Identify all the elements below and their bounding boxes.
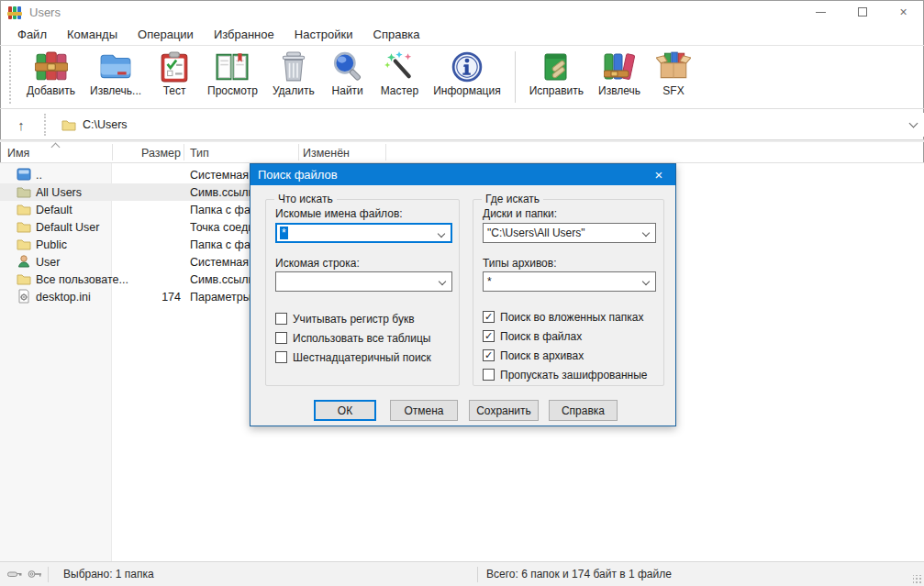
add-button[interactable]: Добавить [19, 50, 83, 105]
address-dropdown-icon[interactable] [909, 118, 918, 127]
dialog-title-bar[interactable]: Поиск файлов × [250, 164, 675, 185]
chevron-down-icon[interactable] [438, 230, 445, 238]
search-string-label: Искомая строка: [275, 257, 360, 270]
toolbar-label: Добавить [27, 84, 75, 97]
file-names-combobox[interactable]: * [275, 223, 452, 243]
menu-operations[interactable]: Операции [128, 25, 204, 44]
extract-button[interactable]: Извлечь [591, 50, 648, 105]
disks-folders-combobox[interactable]: "C:\Users\All Users" [483, 223, 656, 243]
ok-button[interactable]: ОК [314, 400, 376, 421]
column-name[interactable]: Имя [7, 147, 29, 160]
wizard-button[interactable]: Мастер [373, 50, 427, 105]
where-to-search-group: Где искать Диски и папки: "C:\Users\All … [473, 199, 664, 386]
winrar-window: Users × Файл Команды Операции Избранное … [0, 0, 924, 586]
list-header: Имя Размер Тип Изменён [0, 141, 924, 163]
folder-up-icon [17, 167, 31, 182]
sfx-button[interactable]: SFX [648, 50, 699, 105]
skip-encrypted-checkbox[interactable] [483, 369, 495, 381]
checkbox-row[interactable]: Поиск во вложенных папках [483, 307, 648, 326]
toolbar-grip[interactable] [9, 50, 12, 104]
minimize-button[interactable] [800, 0, 841, 24]
menu-settings[interactable]: Настройки [284, 25, 363, 44]
find-button[interactable]: Найти [322, 50, 373, 105]
up-one-level-button[interactable]: ↑ [7, 113, 35, 137]
close-icon: × [899, 5, 907, 19]
column-divider[interactable] [385, 144, 386, 160]
find-icon [332, 51, 363, 83]
extract-to-button[interactable]: Извлечь... [83, 50, 149, 105]
view-icon [216, 51, 249, 83]
resize-grip[interactable] [913, 575, 922, 584]
checkbox-row[interactable]: Пропускать зашифрованные [483, 365, 648, 384]
checkbox-row[interactable]: Поиск в архивах [483, 346, 648, 365]
toolbar-label: Извлечь... [90, 84, 141, 97]
where-checkboxes: Поиск во вложенных папках Поиск в файлах… [483, 307, 648, 384]
chevron-down-icon[interactable] [642, 229, 650, 237]
column-type[interactable]: Тип [190, 147, 209, 160]
checkbox-row[interactable]: Использовать все таблицы [275, 328, 431, 348]
subfolders-checkbox[interactable] [483, 311, 495, 323]
column-divider[interactable] [184, 144, 184, 160]
dialog-close-button[interactable]: × [642, 164, 675, 185]
toolbar-label: Извлечь [598, 84, 640, 97]
hidden-folder-icon [17, 184, 31, 199]
view-button[interactable]: Просмотр [200, 50, 265, 105]
search-in-archives-checkbox[interactable] [483, 349, 495, 361]
status-disk-icon [28, 569, 42, 579]
add-archive-icon [35, 51, 68, 83]
extract-icon [604, 51, 635, 83]
minimize-icon [816, 12, 826, 13]
repair-icon [542, 51, 570, 83]
menu-favorites[interactable]: Избранное [204, 25, 284, 44]
toolbar-label: Удалить [273, 84, 315, 97]
window-title: Users [29, 6, 61, 19]
column-divider[interactable] [112, 144, 113, 160]
chevron-down-icon[interactable] [642, 278, 650, 285]
wizard-icon [384, 51, 415, 83]
archive-types-value: * [487, 275, 492, 288]
chevron-down-icon[interactable] [439, 278, 446, 285]
close-button[interactable]: × [883, 0, 924, 24]
search-in-files-checkbox[interactable] [483, 330, 495, 342]
menu-help[interactable]: Справка [363, 25, 430, 44]
all-tables-checkbox[interactable] [275, 332, 287, 344]
hex-search-checkbox[interactable] [275, 351, 287, 363]
search-string-combobox[interactable] [275, 271, 452, 292]
folder-icon [17, 271, 31, 286]
menu-file[interactable]: Файл [7, 25, 57, 44]
delete-button[interactable]: Удалить [265, 50, 322, 105]
checkbox-row[interactable]: Учитывать регистр букв [275, 309, 431, 328]
toolbar-label: Исправить [529, 84, 584, 97]
help-button[interactable]: Справка [549, 400, 618, 421]
toolbar: Добавить Извлечь... Тест [0, 45, 924, 109]
maximize-button[interactable] [841, 0, 883, 24]
folder-icon [17, 219, 31, 234]
address-bar-grip[interactable] [44, 114, 47, 136]
what-to-search-group: Что искать Искомые имена файлов: * Иском… [265, 199, 460, 386]
folder-icon [61, 118, 76, 131]
address-field[interactable]: C:\Users [54, 113, 924, 137]
file-names-label: Искомые имена файлов: [275, 207, 403, 220]
status-selected: Выбрано: 1 папка [56, 568, 154, 580]
column-modified[interactable]: Изменён [303, 147, 350, 160]
toolbar-label: Информация [433, 84, 500, 97]
address-bar: ↑ C:\Users [0, 110, 924, 140]
column-size[interactable]: Размер [141, 147, 181, 160]
toolbar-separator [515, 51, 516, 103]
test-button[interactable]: Тест [149, 50, 200, 105]
info-button[interactable]: Информация [426, 50, 507, 105]
archive-types-combobox[interactable]: * [483, 271, 656, 292]
extract-to-icon [99, 51, 132, 83]
checkbox-row[interactable]: Шестнадцатеричный поиск [275, 348, 431, 367]
delete-icon [279, 51, 308, 83]
up-arrow-icon: ↑ [17, 117, 25, 133]
checkbox-row[interactable]: Поиск в файлах [483, 326, 648, 346]
repair-button[interactable]: Исправить [522, 50, 591, 105]
case-sensitive-checkbox[interactable] [275, 313, 287, 325]
column-divider[interactable] [298, 144, 299, 160]
group-legend: Где искать [482, 193, 543, 205]
cancel-button[interactable]: Отмена [390, 400, 458, 421]
menu-commands[interactable]: Команды [57, 25, 128, 44]
save-button[interactable]: Сохранить [469, 400, 539, 421]
title-bar: Users × [0, 0, 924, 24]
